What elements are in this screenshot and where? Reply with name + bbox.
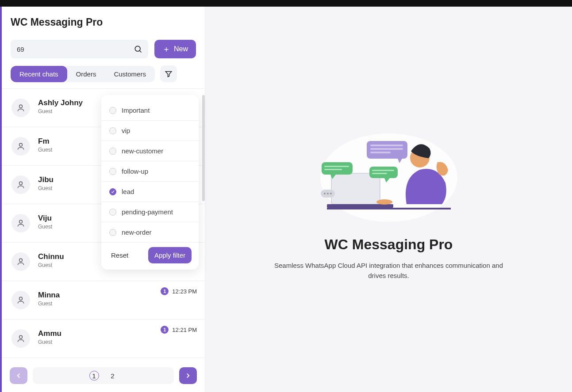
chat-time: 12:23 PM	[172, 288, 197, 295]
tab-orders[interactable]: Orders	[67, 66, 105, 82]
search-icon	[134, 45, 142, 53]
new-button-label: New	[174, 45, 188, 53]
filter-apply-button[interactable]: Apply filter	[148, 247, 192, 263]
svg-rect-18	[370, 152, 391, 153]
svg-rect-25	[372, 170, 394, 171]
search-button[interactable]	[128, 40, 148, 58]
filter-option[interactable]: vip	[101, 121, 199, 141]
search-input[interactable]	[11, 40, 128, 58]
svg-point-2	[19, 105, 23, 108]
svg-point-5	[19, 220, 23, 223]
svg-point-14	[376, 199, 392, 205]
check-circle-icon	[109, 188, 116, 195]
svg-rect-20	[322, 162, 353, 175]
chat-subtitle: Guest	[38, 301, 197, 307]
filter-label: new-order	[122, 228, 152, 236]
circle-icon	[109, 107, 116, 114]
avatar	[12, 291, 30, 309]
chat-item[interactable]: Minna Guest 1 12:23 PM	[2, 281, 205, 320]
svg-rect-17	[370, 148, 403, 150]
svg-point-31	[330, 193, 332, 194]
new-chat-button[interactable]: ＋ New	[154, 40, 196, 58]
filter-option[interactable]: Important	[101, 100, 199, 121]
tabs: Recent chats Orders Customers	[11, 66, 155, 82]
svg-line-1	[140, 51, 142, 53]
funnel-icon	[165, 70, 173, 78]
filter-label: follow-up	[122, 167, 148, 175]
avatar	[12, 137, 30, 156]
svg-point-6	[19, 259, 23, 262]
svg-rect-24	[369, 167, 398, 178]
window-top-bar	[0, 0, 572, 7]
page-2[interactable]: 2	[108, 371, 118, 381]
filter-label: Important	[122, 107, 150, 114]
empty-subtitle: Seamless WhatsApp Cloud API integration …	[265, 261, 513, 281]
chat-subtitle: Guest	[38, 339, 197, 345]
svg-rect-23	[324, 169, 342, 170]
filter-button[interactable]	[160, 65, 177, 82]
page-1[interactable]: 1	[89, 371, 99, 381]
svg-point-4	[19, 182, 23, 185]
circle-icon	[109, 209, 116, 216]
svg-rect-11	[327, 204, 393, 208]
filter-option[interactable]: follow-up	[101, 161, 199, 182]
filter-option[interactable]: new-order	[101, 222, 199, 243]
avatar	[12, 329, 30, 348]
avatar	[12, 175, 30, 194]
tab-customers[interactable]: Customers	[105, 66, 155, 82]
filter-reset-button[interactable]: Reset	[108, 248, 131, 263]
svg-point-29	[324, 193, 326, 194]
circle-icon	[109, 168, 116, 175]
filter-option[interactable]: lead	[101, 182, 199, 202]
avatar	[12, 252, 30, 271]
main-panel: WC Messaging Pro Seamless WhatsApp Cloud…	[205, 7, 572, 392]
chat-item[interactable]: Ammu Guest 1 12:21 PM	[2, 320, 205, 358]
arrow-left-icon	[15, 372, 23, 380]
page-next-button[interactable]	[179, 367, 197, 384]
avatar	[12, 99, 30, 117]
page-numbers: 1 2	[33, 367, 174, 384]
filter-option[interactable]: new-customer	[101, 141, 199, 161]
arrow-right-icon	[184, 372, 192, 380]
chat-time: 12:21 PM	[172, 327, 197, 333]
circle-icon	[109, 148, 116, 155]
svg-point-8	[19, 335, 23, 339]
tab-recent-chats[interactable]: Recent chats	[11, 66, 67, 82]
svg-point-3	[19, 143, 23, 146]
plus-icon: ＋	[162, 45, 170, 53]
search-field-wrap	[11, 40, 148, 58]
empty-title: WC Messaging Pro	[265, 236, 513, 253]
svg-rect-16	[370, 145, 403, 146]
filter-popover: Important vip new-customer follow-up lea…	[101, 95, 199, 270]
filter-label: lead	[122, 188, 134, 195]
svg-point-0	[135, 46, 140, 51]
svg-point-30	[327, 193, 329, 194]
svg-rect-22	[324, 166, 349, 167]
unread-badge: 1	[161, 326, 169, 334]
circle-icon	[109, 127, 116, 134]
circle-icon	[109, 229, 116, 236]
empty-state: WC Messaging Pro Seamless WhatsApp Cloud…	[265, 118, 513, 281]
page-prev-button[interactable]	[10, 367, 27, 384]
svg-rect-26	[372, 173, 387, 174]
scrollbar-thumb[interactable]	[202, 95, 205, 201]
unread-badge: 1	[161, 287, 169, 295]
pagination: 1 2	[2, 362, 205, 392]
filter-label: vip	[122, 127, 130, 134]
app-title: WC Messaging Pro	[11, 16, 196, 28]
svg-rect-12	[327, 208, 451, 209]
filter-label: new-customer	[122, 147, 163, 155]
sidebar: WC Messaging Pro ＋ New Recent chats Orde…	[2, 7, 205, 392]
welcome-illustration	[318, 131, 460, 224]
svg-point-7	[19, 297, 23, 300]
filter-option[interactable]: pending-payment	[101, 202, 199, 222]
avatar	[12, 214, 30, 232]
filter-label: pending-payment	[122, 208, 173, 216]
